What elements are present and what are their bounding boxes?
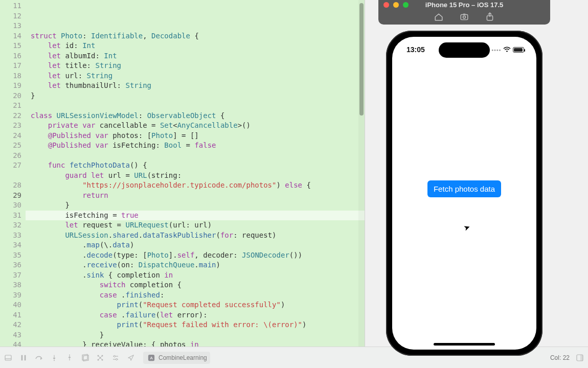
- line-number: 27: [0, 160, 21, 171]
- code-line[interactable]: switch completion {: [26, 280, 365, 290]
- code-line[interactable]: struct Photo: Identifiable, Decodable {: [26, 31, 365, 41]
- line-number: 20: [0, 91, 21, 101]
- line-number: 33: [0, 231, 21, 241]
- hide-debug-icon[interactable]: [3, 353, 13, 363]
- window-traffic-lights: [383, 2, 409, 8]
- editor-scrollbar[interactable]: [358, 0, 365, 347]
- svg-rect-30: [580, 355, 583, 361]
- cursor-position: Col: 22: [550, 354, 570, 361]
- pause-icon[interactable]: [18, 353, 29, 363]
- code-line[interactable]: } receiveValue: { photos in: [26, 340, 365, 347]
- debug-scheme[interactable]: A CombineLearning: [143, 352, 210, 364]
- app-icon: A: [146, 353, 156, 363]
- line-number: 35: [0, 250, 21, 261]
- svg-marker-26: [128, 355, 134, 360]
- memory-graph-icon[interactable]: [95, 353, 105, 363]
- home-icon[interactable]: [434, 12, 443, 21]
- window-close-button[interactable]: [383, 2, 389, 8]
- code-line[interactable]: isFetching = true: [26, 211, 365, 221]
- code-line[interactable]: .receive(on: DispatchQueue.main): [26, 260, 365, 270]
- svg-marker-9: [68, 356, 71, 358]
- code-line[interactable]: [26, 101, 365, 111]
- simulator-screen[interactable]: 13:05 ●●●● Fetch photos data ➤: [392, 37, 536, 350]
- svg-rect-3: [25, 355, 26, 360]
- svg-rect-33: [463, 14, 466, 15]
- code-line[interactable]: case .finished:: [26, 290, 365, 301]
- line-number: 25: [0, 141, 21, 151]
- svg-text:A: A: [150, 355, 153, 360]
- step-over-icon[interactable]: [34, 353, 44, 363]
- svg-line-19: [100, 356, 102, 358]
- line-number: 36: [0, 260, 21, 270]
- code-line[interactable]: .decode(type: [Photo].self, decoder: JSO…: [26, 250, 365, 261]
- code-line[interactable]: let request = URLRequest(url: url): [26, 220, 365, 231]
- line-number: 12: [0, 11, 21, 21]
- code-line[interactable]: func fetchPhotoData() {: [26, 160, 365, 171]
- code-line[interactable]: [26, 21, 365, 31]
- line-number: 24: [0, 131, 21, 141]
- line-number: 14: [0, 31, 21, 41]
- screenshot-icon[interactable]: [460, 12, 469, 21]
- simulator-titlebar[interactable]: iPhone 15 Pro – iOS 17.5: [378, 0, 550, 9]
- line-number: 11: [0, 1, 21, 11]
- scheme-label: CombineLearning: [159, 354, 207, 361]
- step-into-icon[interactable]: [49, 353, 59, 363]
- line-number: 23: [0, 121, 21, 131]
- code-line[interactable]: let title: String: [26, 61, 365, 71]
- code-editor[interactable]: 1112131415161718192021222324252627282930…: [0, 0, 365, 347]
- code-line[interactable]: class URLSessionViewModel: ObservableObj…: [26, 111, 365, 121]
- share-icon[interactable]: [485, 12, 494, 21]
- line-number: 40: [0, 300, 21, 310]
- code-line[interactable]: case .failure(let error):: [26, 310, 365, 320]
- view-debug-icon[interactable]: [80, 353, 90, 363]
- fetch-photos-button[interactable]: Fetch photos data: [427, 180, 501, 197]
- code-line[interactable]: .sink { completion in: [26, 270, 365, 281]
- svg-rect-31: [461, 15, 468, 20]
- code-line[interactable]: print("Request completed successfully"): [26, 300, 365, 310]
- code-line[interactable]: print("Request failed with error: \(erro…: [26, 320, 365, 330]
- line-number: 13: [0, 21, 21, 31]
- window-minimize-button[interactable]: [393, 2, 399, 8]
- code-line[interactable]: let id: Int: [26, 41, 365, 51]
- svg-line-20: [98, 358, 100, 360]
- code-area[interactable]: struct Photo: Identifiable, Decodable { …: [26, 0, 365, 347]
- location-icon[interactable]: [126, 353, 136, 363]
- code-line[interactable]: @Published var photos: [Photo] = []: [26, 131, 365, 141]
- code-line[interactable]: }: [26, 200, 365, 211]
- code-line[interactable]: URLSession.shared.dataTaskPublisher(for:…: [26, 231, 365, 241]
- line-number: 38: [0, 280, 21, 290]
- line-number: 16: [0, 51, 21, 61]
- scrollbar-thumb[interactable]: [359, 3, 364, 116]
- window-zoom-button[interactable]: [403, 2, 409, 8]
- line-number: 19: [0, 81, 21, 91]
- svg-point-25: [116, 358, 117, 360]
- code-line[interactable]: .map(\.data): [26, 240, 365, 250]
- svg-point-32: [463, 16, 466, 18]
- code-line[interactable]: "https://jsonplaceholder.typicode.com/ph…: [26, 180, 365, 191]
- code-line[interactable]: @Published var isFetching: Bool = false: [26, 141, 365, 151]
- environment-overrides-icon[interactable]: [110, 353, 121, 363]
- code-line[interactable]: let thumbnailUrl: String: [26, 81, 365, 91]
- code-line[interactable]: }: [26, 330, 365, 340]
- svg-point-10: [69, 354, 70, 355]
- code-line[interactable]: let albumId: Int: [26, 51, 365, 61]
- code-line[interactable]: guard let url = URL(string:: [26, 171, 365, 181]
- svg-rect-0: [5, 355, 11, 360]
- line-number: 30: [0, 200, 21, 211]
- line-number: 29: [0, 191, 21, 201]
- line-number: 39: [0, 290, 21, 301]
- line-number: 31: [0, 211, 21, 221]
- svg-line-21: [100, 358, 102, 360]
- code-line[interactable]: }: [26, 91, 365, 101]
- step-out-icon[interactable]: [64, 353, 75, 363]
- code-line[interactable]: private var cancellable = Set<AnyCancell…: [26, 121, 365, 131]
- line-number: 42: [0, 320, 21, 330]
- code-line[interactable]: return: [26, 191, 365, 201]
- line-number: 37: [0, 270, 21, 281]
- code-line[interactable]: [26, 151, 365, 161]
- line-number: 43: [0, 330, 21, 340]
- minimap-toggle-icon[interactable]: [575, 353, 585, 363]
- code-line[interactable]: let url: String: [26, 71, 365, 81]
- home-indicator: [434, 343, 495, 346]
- line-number: 18: [0, 71, 21, 81]
